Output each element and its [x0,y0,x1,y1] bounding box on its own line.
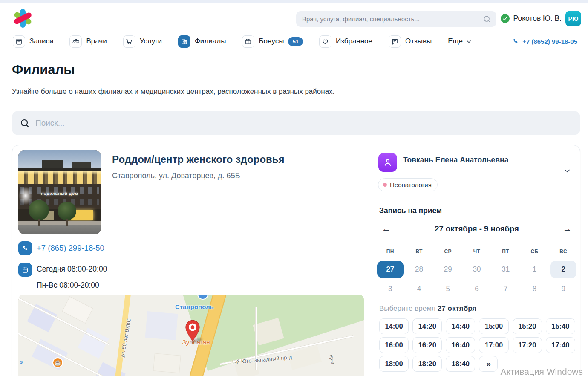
main-nav: Записи Врачи Услуги Филиалы Бонусы 51 [13,34,577,49]
map-edge-label: s [20,359,23,365]
day-cell[interactable]: 30 [462,261,491,278]
branch-phone-link[interactable]: +7 (865) 299-18-50 [37,243,104,253]
page-subtitle: Узнайте больше о наших филиалах и медици… [12,87,334,96]
clinic-logo-icon[interactable] [13,9,32,28]
branch-card: РОДИЛЬНЫЙ ДОМ Роддом/центр женского здор… [12,145,580,376]
map-pin-icon[interactable] [184,319,201,344]
time-slot[interactable]: 16:00 [379,337,409,353]
nav-item-records[interactable]: Записи [13,35,53,48]
user-account[interactable]: Рокотов Ю. В. РЮ [501,11,582,26]
branch-hours-today: Сегодня 08:00-20:00 [37,265,107,274]
day-cell[interactable]: 5 [433,281,462,298]
branches-search-input[interactable] [35,119,573,128]
time-slots: 14:00 14:20 14:40 15:00 15:20 15:40 16:0… [379,318,575,372]
nav-item-services[interactable]: Услуги [123,35,162,48]
people-icon [69,35,82,48]
time-slot[interactable]: 15:40 [546,318,575,334]
cafe-icon: ☕ [52,357,63,368]
next-week-arrow-icon[interactable]: → [560,223,574,234]
verified-check-icon [501,14,510,23]
specialty-dot-icon [383,183,387,187]
branch-address: Ставрополь, ул. Доваторцев, д. 65Б [112,171,240,180]
branch-name: Роддом/центр женского здоровья [112,153,285,165]
nav-item-branches[interactable]: Филиалы [178,35,226,48]
time-slot[interactable]: 18:00 [379,356,409,372]
nav-label: Бонусы [259,37,284,46]
day-cell-selected[interactable]: 27 [377,261,404,278]
branches-search[interactable] [12,111,580,135]
nav-item-bonuses[interactable]: Бонусы 51 [242,35,303,48]
time-slot[interactable]: 14:40 [446,318,475,334]
search-icon[interactable] [483,15,491,23]
day-cell[interactable]: 6 [462,281,491,298]
nav-item-favorites[interactable]: Избранное [319,35,372,48]
more-slots-button[interactable]: » [479,356,498,372]
browser-top-strip [0,0,588,3]
specialty-badge: Неонатология [378,178,438,191]
header-phone-link[interactable]: +7 (8652) 99-18-05 [512,38,577,45]
nav-label: Врачи [86,37,107,46]
nav-label: Отзывы [405,37,432,46]
day-cell[interactable]: 8 [520,281,549,298]
heart-icon [319,35,331,48]
user-avatar[interactable]: РЮ [565,11,581,26]
bonus-count-badge: 51 [288,37,303,46]
time-slot[interactable]: 17:20 [513,337,542,353]
nav-item-reviews[interactable]: Отзывы [389,35,432,48]
time-slot[interactable]: 14:00 [379,318,409,334]
day-cell[interactable]: 4 [405,281,434,298]
branches-page: Рокотов Ю. В. РЮ Записи Врачи Услуги [0,0,588,376]
prev-week-arrow-icon[interactable]: ← [379,223,393,234]
calendar-icon [13,35,25,48]
nav-item-doctors[interactable]: Врачи [69,35,107,48]
time-slot[interactable]: 16:40 [446,337,475,353]
calendar-week-2: 3 4 5 6 7 8 9 [376,281,578,298]
time-slot[interactable]: 18:20 [412,356,442,372]
nav-label: Услуги [140,37,162,46]
header-search-input[interactable] [296,15,483,23]
comment-icon [389,35,401,48]
chevron-down-icon [466,38,472,45]
gift-icon [242,35,254,48]
calendar-header: ← 27 октября - 9 ноября → [379,223,574,234]
day-cell[interactable]: 28 [405,261,434,278]
branch-map[interactable]: Ставрополь ул. 50 лет ВЛКС 1-й Юго-Запад… [18,295,364,376]
nav-label: Записи [29,37,53,46]
cart-icon [123,35,135,48]
nav-label: Еще [448,37,463,46]
appointment-panel: Товкань Елена Анатольевна Неонатология З… [372,145,580,376]
time-slot[interactable]: 17:40 [546,337,575,353]
time-slot[interactable]: 15:00 [479,318,508,334]
branch-photo[interactable]: РОДИЛЬНЫЙ ДОМ [18,150,101,234]
day-cell[interactable]: 1 [520,261,549,278]
user-name: Рокотов Ю. В. [513,14,562,23]
doctor-avatar-icon [378,153,397,172]
time-slot[interactable]: 14:20 [412,318,442,334]
day-cell[interactable]: 3 [376,281,405,298]
time-slot[interactable]: 18:40 [446,356,475,372]
nav-label: Избранное [336,37,372,46]
day-cell[interactable]: 31 [491,261,520,278]
nav-label: Филиалы [195,37,226,46]
phone-icon [18,241,32,255]
weekday-headers: ПН ВТ СР ЧТ ПТ СБ ВС [376,249,578,255]
specialty-label: Неонатология [390,181,432,188]
calendar-range: 27 октября - 9 ноября [393,224,560,234]
search-icon [20,118,30,128]
day-cell[interactable]: 29 [433,261,462,278]
nav-item-more[interactable]: Еще [448,37,472,46]
branch-hours-week: Пн-Вс 08:00-20:00 [37,281,99,290]
calendar-week-1: 27 28 29 30 31 1 2 [376,261,578,278]
day-cell[interactable]: 9 [549,281,578,298]
map-street-label-3: пр-д [329,354,336,364]
phone-icon [512,38,519,45]
header-search[interactable] [296,11,496,27]
day-cell[interactable]: 7 [491,281,520,298]
page-title: Филиалы [12,62,75,78]
time-slot[interactable]: 16:20 [412,337,442,353]
day-cell-available[interactable]: 2 [550,261,576,278]
time-slot[interactable]: 15:20 [513,318,542,334]
time-slot[interactable]: 17:00 [479,337,508,353]
booking-title: Запись на прием [379,206,442,215]
chevron-down-icon[interactable] [563,167,571,175]
